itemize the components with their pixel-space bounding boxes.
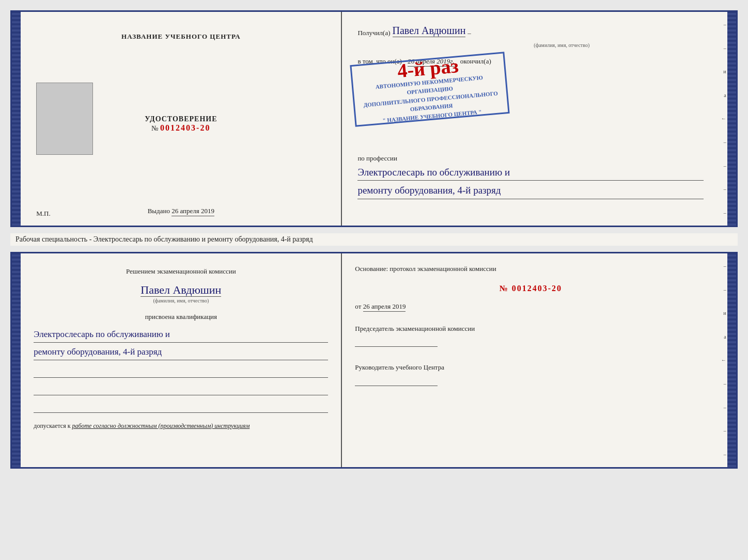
- received-line: Получил(а) Павел Авдюшин –: [357, 25, 704, 37]
- допускается-block: допускается к работе согласно должностны…: [34, 422, 328, 430]
- допускается-prefix: допускается к: [34, 422, 70, 429]
- side-dash-2: –: [724, 45, 726, 51]
- side-b-dash-9: –: [724, 452, 726, 457]
- decision-title: Решением экзаменационной комиссии: [34, 266, 328, 277]
- side-dash-5: ←: [721, 116, 726, 121]
- side-dash-8: –: [724, 186, 726, 192]
- head-block: Руководитель учебного Центра: [355, 362, 706, 386]
- qualification-label: присвоена квалификация: [34, 313, 328, 321]
- side-dash-3: и: [723, 69, 726, 74]
- right-spine-top: [727, 12, 736, 226]
- side-dash-6: –: [724, 139, 726, 145]
- side-b-dash-3: и: [723, 310, 726, 316]
- left-spine-top: [12, 12, 21, 226]
- cert-issued: Выдано 26 апреля 2019: [148, 207, 214, 215]
- qualification-line2: ремонту оборудования, 4-й разряд: [34, 345, 328, 360]
- cert-number: 0012403-20: [160, 123, 210, 132]
- bottom-document: Решением экзаменационной комиссии Павел …: [10, 252, 738, 469]
- doc-bottom-right: Основание: протокол экзаменационной коми…: [342, 253, 719, 467]
- sig-line-2: [34, 385, 328, 395]
- cert-title: УДОСТОВЕРЕНИЕ: [145, 115, 217, 123]
- protocol-number: № 0012403-20: [355, 284, 706, 293]
- profession-label: по профессии: [357, 154, 397, 162]
- side-dash-7: –: [724, 163, 726, 169]
- stamp-line2: АВТОНОМНУЮ НЕКОММЕРЧЕСКУЮ ОРГАНИЗАЦИЮ: [357, 72, 502, 101]
- top-document: НАЗВАНИЕ УЧЕБНОГО ЦЕНТРА УДОСТОВЕРЕНИЕ №…: [10, 10, 738, 227]
- profession-line1: Электрослесарь по обслуживанию и: [357, 165, 704, 181]
- protocol-date: 26 апреля 2019: [363, 302, 406, 312]
- middle-text: Рабочая специальность - Электрослесарь п…: [10, 233, 738, 246]
- okончил-label: окончил(а): [460, 57, 491, 65]
- side-b-dash-1: –: [724, 263, 726, 269]
- head-sig-line: [355, 376, 438, 386]
- side-dash-1: –: [724, 22, 726, 27]
- doc-left-panel: НАЗВАНИЕ УЧЕБНОГО ЦЕНТРА УДОСТОВЕРЕНИЕ №…: [21, 12, 342, 226]
- side-b-dash-7: –: [724, 405, 726, 410]
- page-wrapper: НАЗВАНИЕ УЧЕБНОГО ЦЕНТРА УДОСТОВЕРЕНИЕ №…: [10, 10, 738, 469]
- side-b-dash-4: а: [724, 334, 726, 340]
- sig-line-3: [34, 403, 328, 413]
- profession-block: по профессии Электрослесарь по обслужива…: [357, 153, 704, 199]
- qualification-line1: Электрослесарь по обслуживанию и: [34, 327, 328, 343]
- cert-number-block: УДОСТОВЕРЕНИЕ № 0012403-20: [145, 115, 217, 133]
- fio-subtitle-bottom: (фамилия, имя, отчество): [34, 298, 328, 303]
- vtom-prefix: в том, что он(а): [357, 57, 402, 65]
- profession-line2: ремонту оборудования, 4-й разряд: [357, 183, 704, 199]
- допускается-text: работе согласно должностным (производств…: [72, 422, 250, 429]
- date-prefix: от: [355, 302, 361, 310]
- decision-name: Павел Авдюшин: [141, 283, 221, 297]
- side-text-bottom: – – и а ← – – – –: [719, 253, 727, 467]
- chairman-label: Председатель экзаменационной комиссии: [355, 324, 706, 334]
- photo-placeholder: [36, 83, 93, 155]
- chairman-block: Председатель экзаменационной комиссии: [355, 324, 706, 347]
- stamp-line3: ДОПОЛНИТЕЛЬНОГО ПРОФЕССИОНАЛЬНОГО ОБРАЗО…: [359, 89, 504, 118]
- side-b-dash-6: –: [724, 381, 726, 387]
- osnov-title: Основание: протокол экзаменационной коми…: [355, 264, 706, 275]
- side-text-top: – – и а ← – – – –: [719, 12, 727, 226]
- doc-bottom-left: Решением экзаменационной комиссии Павел …: [21, 253, 342, 467]
- chairman-sig-line: [355, 337, 438, 347]
- doc-right-panel: Получил(а) Павел Авдюшин – (фамилия, имя…: [342, 12, 719, 226]
- right-spine-bottom: [727, 253, 736, 467]
- side-b-dash-2: –: [724, 287, 726, 293]
- issued-date: 26 апреля 2019: [172, 207, 214, 216]
- center-title-top: НАЗВАНИЕ УЧЕБНОГО ЦЕНТРА: [121, 33, 241, 41]
- received-prefix: Получил(а): [357, 29, 390, 37]
- side-dash-4: а: [724, 92, 726, 98]
- cert-number-prefix: №: [151, 124, 158, 132]
- side-b-dash-8: –: [724, 428, 726, 434]
- recipient-name: Павел Авдюшин: [393, 25, 466, 37]
- fio-subtitle-top: (фамилия, имя, отчество): [419, 42, 704, 48]
- vtom-date: 26 апреля 2019г.: [408, 57, 454, 67]
- sig-line-1: [34, 367, 328, 378]
- side-dash-9: –: [724, 210, 726, 216]
- vtom-line: в том, что он(а) 26 апреля 2019г. окончи…: [357, 57, 704, 66]
- head-label: Руководитель учебного Центра: [355, 362, 706, 373]
- issued-label: Выдано: [148, 207, 170, 215]
- stamp-line4: " НАЗВАНИЕ УЧЕБНОГО ЦЕНТРА ": [382, 107, 482, 124]
- mp-label: М.П.: [36, 210, 50, 218]
- left-spine-bottom: [12, 253, 21, 467]
- qualification-block: Электрослесарь по обслуживанию и ремонту…: [34, 325, 328, 360]
- osnov-date: от 26 апреля 2019: [355, 302, 706, 311]
- side-b-dash-5: ←: [721, 357, 726, 363]
